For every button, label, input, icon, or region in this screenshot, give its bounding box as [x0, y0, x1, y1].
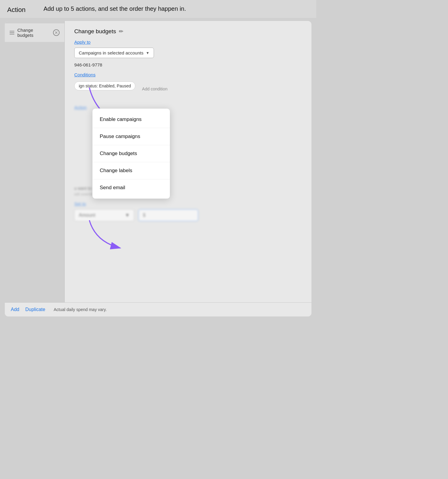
apply-to-label[interactable]: Apply to	[74, 40, 302, 45]
dropdown-item-send-email[interactable]: Send email	[93, 179, 170, 196]
section-title-text: Change budgets	[74, 28, 116, 35]
account-id: 946-061-9778	[74, 62, 302, 67]
edit-icon[interactable]: ✏	[119, 28, 123, 35]
budget-amount-input[interactable]: $	[138, 209, 198, 221]
sidebar: Change budgets ✕	[5, 21, 65, 302]
condition-pill-text: ign status: Enabled, Paused	[79, 84, 131, 88]
drag-handle-icon[interactable]	[10, 31, 14, 34]
action-section: Action Enable campaigns Pause campaigns …	[74, 102, 302, 221]
daily-spend-note: Actual daily spend may vary.	[54, 307, 107, 312]
add-condition-link[interactable]: Add condition	[142, 87, 167, 91]
dropdown-item-change-labels[interactable]: Change labels	[93, 162, 170, 179]
action-dropdown-menu: Enable campaigns Pause campaigns Change …	[92, 108, 170, 199]
set-to-label[interactable]: Set to	[74, 201, 302, 206]
bottom-bar: Add Duplicate Actual daily spend may var…	[5, 302, 311, 316]
section-title: Change budgets ✏	[74, 28, 302, 35]
condition-pill: ign status: Enabled, Paused	[74, 81, 135, 90]
apply-to-selected-value: Campaigns in selected accounts	[79, 50, 143, 55]
sidebar-item-change-budgets[interactable]: Change budgets ✕	[5, 23, 64, 42]
dropdown-item-enable-campaigns[interactable]: Enable campaigns	[93, 111, 170, 128]
dropdown-item-pause-campaigns[interactable]: Pause campaigns	[93, 128, 170, 145]
header-description: Add up to 5 actions, and set the order t…	[43, 5, 186, 12]
budget-type-selected: Amount	[79, 213, 95, 218]
main-content: Change budgets ✏ Apply to Campaigns in s…	[65, 21, 311, 302]
close-icon[interactable]: ✕	[53, 29, 60, 36]
budget-type-dropdown[interactable]: Amount ▼	[74, 209, 134, 221]
dropdown-arrow-icon: ▼	[146, 51, 149, 55]
conditions-label[interactable]: Conditions	[74, 72, 302, 77]
apply-to-dropdown[interactable]: Campaigns in selected accounts ▼	[74, 48, 154, 58]
budget-row: Amount ▼ $	[74, 209, 302, 221]
budget-dropdown-arrow: ▼	[125, 213, 130, 218]
header-bar: Action Add up to 5 actions, and set the …	[0, 0, 316, 18]
main-container: Change budgets ✕ Change budgets ✏ Apply …	[5, 21, 311, 316]
add-button[interactable]: Add	[11, 307, 19, 312]
sidebar-item-label: Change budgets	[17, 28, 50, 38]
content-wrapper: Change budgets ✕ Change budgets ✏ Apply …	[5, 21, 311, 302]
dropdown-item-change-budgets[interactable]: Change budgets	[93, 145, 170, 162]
duplicate-button[interactable]: Duplicate	[25, 307, 45, 312]
header-action-label: Action	[7, 5, 25, 14]
currency-symbol: $	[143, 213, 146, 218]
